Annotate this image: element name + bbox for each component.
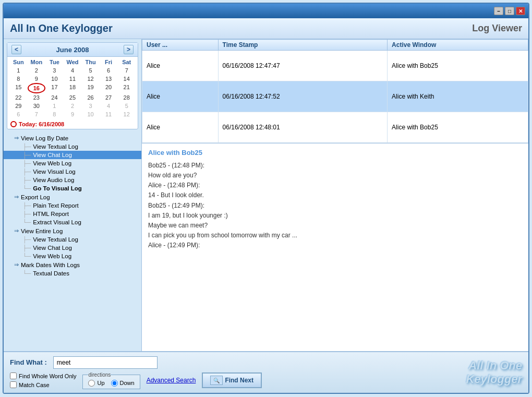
restore-button[interactable]: □ [505,7,514,15]
sidebar-item-extract-visual[interactable]: └─ Extract Visual Log [4,218,141,226]
dir-down-radio[interactable] [111,380,118,387]
cal-week-4: 22 23 24 25 26 27 28 [9,93,136,102]
sidebar-item-go-to-visual-log[interactable]: └─ Go To Visual Log [4,184,141,193]
cal-day[interactable]: 27 [100,93,118,102]
sidebar-item-view-chat-log[interactable]: ├─ View Chat Log [4,151,141,159]
sidebar-item-view-web-log[interactable]: ├─ View Web Log [4,159,141,167]
calendar-header: < June 2008 > [7,43,138,57]
cal-day[interactable]: 8 [9,75,28,83]
cal-day[interactable]: 7 [117,66,136,75]
sidebar-item-export-log[interactable]: ⇒ Export Log [4,193,141,201]
cal-day[interactable]: 21 [117,83,136,93]
app-title: All In One Keylogger [10,22,113,34]
cal-day[interactable]: 5 [81,66,100,75]
table-row[interactable]: Alice 06/16/2008 12:47:47 Alice with Bob… [142,51,528,81]
cal-day[interactable]: 25 [64,93,82,102]
match-case-checkbox[interactable] [10,381,17,388]
cal-day-other[interactable]: 2 [64,102,82,110]
sidebar-item-view-log-by-date[interactable]: ⇒ View Log By Date [4,134,141,142]
cal-day-other[interactable]: 9 [64,110,82,118]
cal-day-other[interactable]: 3 [81,102,100,110]
sidebar-item-web-log-2[interactable]: └─ View Web Log [4,252,141,260]
sidebar-item-html-report[interactable]: ├─ HTML Report [4,210,141,218]
close-button[interactable]: ✕ [516,7,525,15]
chat-line: Bob25 - (12:49 PM): [148,201,522,211]
cal-day[interactable]: 2 [28,66,46,75]
tree-line-icon: ├─ [22,177,31,183]
logo-line1: All In One [466,359,522,372]
cell-user: Alice [142,112,219,143]
cal-day-other[interactable]: 12 [117,110,136,118]
whole-word-checkbox[interactable] [10,372,17,379]
sidebar-item-chat-log-2[interactable]: ├─ View Chat Log [4,244,141,252]
cal-day[interactable]: 13 [100,75,118,83]
cal-day[interactable]: 1 [9,66,28,75]
day-header-wed: Wed [64,58,82,66]
sidebar-item-plain-text[interactable]: ├─ Plain Text Report [4,201,141,210]
sidebar-item-textual-dates[interactable]: └─ Textual Dates [4,269,141,278]
cal-day[interactable]: 30 [28,102,46,110]
find-row2: Find Whole Word Only Match Case directio… [10,372,262,389]
find-option-match-case[interactable]: Match Case [10,381,76,388]
cal-day-other[interactable]: 7 [28,110,46,118]
cal-day-other[interactable]: 8 [45,110,64,118]
cal-day[interactable]: 28 [117,93,136,102]
sidebar-item-textual-log-2[interactable]: ├─ View Textual Log [4,235,141,244]
find-option-whole-word[interactable]: Find Whole Word Only [10,372,76,379]
match-case-label: Match Case [19,382,50,388]
directions-legend: directions [88,372,111,378]
sidebar-item-mark-dates[interactable]: ⇒ Mark Dates With Logs [4,260,141,269]
cal-day[interactable]: 20 [100,83,118,93]
cal-day[interactable]: 18 [64,83,82,93]
logo-line2: Keylogger [466,372,522,386]
sidebar-item-view-audio-log[interactable]: ├─ View Audio Log [4,176,141,184]
cal-day[interactable]: 4 [64,66,82,75]
find-input[interactable] [53,356,158,369]
cal-day[interactable]: 10 [45,75,64,83]
dir-down-option[interactable]: Down [111,380,135,387]
cal-day-other[interactable]: 10 [81,110,100,118]
log-table: User ... Time Stamp Active Window Alice … [142,39,528,143]
cal-day[interactable]: 12 [81,75,100,83]
advanced-search-link[interactable]: Advanced Search [147,377,196,384]
cal-day-other[interactable]: 6 [9,110,28,118]
cal-day-other[interactable]: 1 [45,102,64,110]
cal-day[interactable]: 9 [28,75,46,83]
minimize-button[interactable]: – [494,7,503,15]
next-month-button[interactable]: > [124,45,134,54]
cal-today[interactable]: 16 [28,83,46,93]
dir-up-option[interactable]: Up [88,380,104,387]
cell-timestamp: 06/16/2008 12:47:47 [218,51,388,81]
cal-day[interactable]: 15 [9,83,28,93]
tree-line-icon: ├─ [22,169,31,175]
cal-day-other[interactable]: 4 [100,102,118,110]
cal-day[interactable]: 19 [81,83,100,93]
arrow-icon: ⇒ [14,194,19,200]
cal-day[interactable]: 22 [9,93,28,102]
cal-day[interactable]: 24 [45,93,64,102]
cal-day[interactable]: 17 [45,83,64,93]
sidebar-item-view-visual-log[interactable]: ├─ View Visual Log [4,167,141,176]
today-label: Today: 6/16/2008 [7,119,138,129]
cal-day[interactable]: 3 [45,66,64,75]
cal-day[interactable]: 11 [64,75,82,83]
cal-day-other[interactable]: 11 [100,110,118,118]
cal-day[interactable]: 14 [117,75,136,83]
dir-up-radio[interactable] [88,380,95,387]
prev-month-button[interactable]: < [11,45,21,54]
sidebar-item-view-entire-log[interactable]: ⇒ View Entire Log [4,226,141,235]
sidebar-item-view-textual-log[interactable]: ├─ View Textual Log [4,142,141,151]
find-next-button[interactable]: 🔍 Find Next [202,372,262,388]
table-row[interactable]: Alice 06/16/2008 12:47:52 Alice with Kei… [142,81,528,112]
cal-day[interactable]: 23 [28,93,46,102]
tree-item-label: HTML Report [33,211,69,217]
tree-line-icon: ├─ [22,160,31,166]
tree-item-label: View Web Log [33,160,71,166]
cal-day-other[interactable]: 5 [117,102,136,110]
day-header-sun: Sun [9,58,28,66]
cal-day[interactable]: 6 [100,66,118,75]
cal-day[interactable]: 26 [81,93,100,102]
cal-day[interactable]: 29 [9,102,28,110]
find-row1: Find What : [10,356,262,369]
table-row[interactable]: Alice 06/16/2008 12:48:01 Alice with Bob… [142,112,528,143]
